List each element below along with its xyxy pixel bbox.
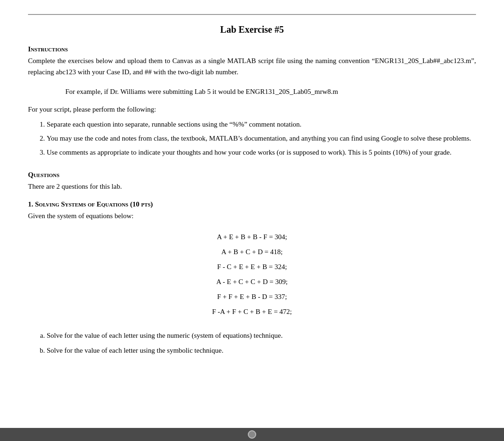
instruction-item-3: Use comments as appropriate to indicate … [47,147,476,158]
example-block: For example, if Dr. Williams were submit… [65,86,476,97]
equation-6: F -A + F + C + B + E = 472; [28,305,476,319]
questions-intro: There are 2 questions for this lab. [28,181,476,192]
equation-2: A + B + C + D = 418; [28,245,476,259]
bottom-bar-dot [248,430,256,439]
instruction-item-1: Separate each question into separate, ru… [47,119,476,130]
instructions-paragraph: Complete the exercises below and upload … [28,55,476,78]
equation-5: F + F + E + B - D = 337; [28,290,476,304]
equations-block: A + E + B + B - F = 304; A + B + C + D =… [28,230,476,319]
instruction-item-2: You may use the code and notes from clas… [47,133,476,144]
q1-sub-a: Solve for the value of each letter using… [47,330,476,342]
q1-heading: 1. Solving Systems of Equations (10 pts) [28,200,476,208]
top-border [28,14,476,15]
questions-heading: Questions [28,171,476,179]
page-container: Lab Exercise #5 Instructions Complete th… [0,0,504,441]
for-script-text: For your script, please perform the foll… [28,106,156,113]
q1-sub-questions: Solve for the value of each letter using… [47,330,476,356]
q1-sub-b: Solve for the value of each letter using… [47,345,476,357]
question-1-block: 1. Solving Systems of Equations (10 pts)… [28,200,476,356]
questions-section: Questions There are 2 questions for this… [28,171,476,192]
equation-3: F - C + E + E + B = 324; [28,260,476,274]
for-script-intro: For your script, please perform the foll… [28,104,476,115]
instructions-heading: Instructions [28,45,476,53]
equation-4: A - E + C + C + D = 309; [28,275,476,289]
example-text: For example, if Dr. Williams were submit… [65,88,338,95]
bottom-bar [0,428,504,441]
instructions-list: Separate each question into separate, ru… [47,119,476,158]
q1-given: Given the system of equations below: [28,210,476,221]
instructions-section: Instructions Complete the exercises belo… [28,45,476,78]
equation-1: A + E + B + B - F = 304; [28,230,476,244]
page-title: Lab Exercise #5 [28,24,476,35]
